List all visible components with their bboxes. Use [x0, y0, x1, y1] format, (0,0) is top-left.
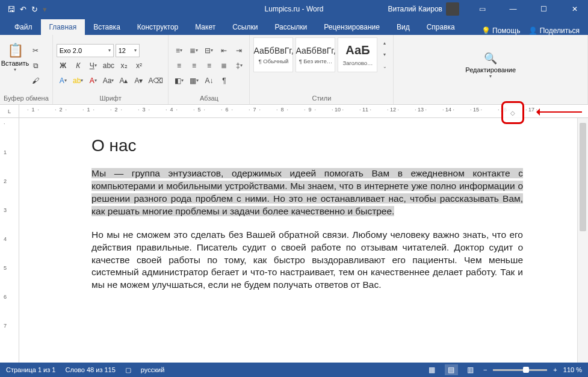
window-title: Lumpics.ru - Word — [265, 5, 324, 13]
group-label-paragraph: Абзац — [172, 93, 246, 103]
group-clipboard: 📋 Вставить ▾ ✂ ⧉ 🖌 Буфер обмена — [0, 35, 53, 104]
ribbon-tabs: Файл Главная Вставка Конструктор Макет С… — [0, 18, 588, 35]
italic-button[interactable]: К — [72, 59, 85, 72]
underline-button[interactable]: Ч ▾ — [87, 59, 100, 72]
view-web-icon[interactable]: ▥ — [464, 364, 477, 375]
status-words[interactable]: Слово 48 из 115 — [65, 366, 115, 373]
font-name-input[interactable]: Exo 2.0▾ — [57, 44, 114, 57]
styles-down-icon[interactable]: ▾ — [380, 52, 389, 57]
right-indent-marker-highlight[interactable]: ◇ — [501, 101, 524, 124]
strikethrough-button[interactable]: abc — [102, 59, 116, 72]
group-styles: АаБбВвГг, ¶ Обычный АаБбВвГг, ¶ Без инте… — [250, 35, 394, 104]
status-page[interactable]: Страница 1 из 1 — [6, 366, 55, 373]
style-heading1[interactable]: АаБ Заголово… — [338, 37, 377, 72]
show-hide-marks-button[interactable]: ¶ — [217, 74, 231, 87]
styles-scroll[interactable]: ▴ ▾ ⌄ — [380, 37, 389, 72]
group-label-styles: Стили — [253, 93, 389, 103]
align-center-button[interactable]: ≡ — [187, 59, 200, 72]
statusbar: Страница 1 из 1 Слово 48 из 115 ▢ русски… — [0, 363, 588, 377]
decrease-indent-button[interactable]: ⇤ — [217, 44, 231, 57]
editing-button[interactable]: 🔍 Редактирование ▾ — [463, 37, 518, 93]
tab-help[interactable]: Справка — [418, 19, 463, 35]
user-account[interactable]: Виталий Каиров — [388, 2, 459, 16]
tab-design[interactable]: Конструктор — [129, 19, 187, 35]
style-normal[interactable]: АаБбВвГг, ¶ Обычный — [253, 37, 293, 72]
clear-format-button[interactable]: A⌫ — [147, 74, 164, 87]
shading-button[interactable]: ◧ ▾ — [172, 74, 185, 87]
justify-button[interactable]: ≣ — [217, 59, 231, 72]
grow-font-button[interactable]: A▴ — [117, 74, 130, 87]
tab-mailings[interactable]: Рассылки — [266, 19, 315, 35]
font-color-button[interactable]: A ▾ — [87, 74, 100, 87]
ribbon-display-icon[interactable]: ▭ — [469, 0, 496, 18]
doc-paragraph-2[interactable]: Но мы не сможем это сделать без Вашей об… — [91, 229, 523, 292]
help-button[interactable]: 💡 Помощь — [481, 26, 521, 35]
close-icon[interactable]: ✕ — [561, 0, 588, 18]
autosave-icon[interactable]: 🖫 — [7, 5, 15, 14]
doc-paragraph-1[interactable]: Мы — группа энтузиастов, одержимых идеей… — [91, 167, 523, 218]
paste-button[interactable]: 📋 Вставить ▾ — [4, 37, 26, 77]
group-font: Exo 2.0▾ 12▾ Ж К Ч ▾ abc x₂ x² A ▾ ab ▾ … — [53, 35, 169, 104]
view-read-icon[interactable]: ▦ — [426, 364, 439, 375]
subscript-button[interactable]: x₂ — [117, 59, 131, 72]
ruler-vertical[interactable]: ·1234567 — [0, 118, 19, 363]
view-print-icon[interactable]: ▤ — [445, 364, 458, 375]
qat-dropdown-icon[interactable]: ▾ — [43, 5, 47, 14]
shrink-font-button[interactable]: A▾ — [132, 74, 145, 87]
zoom-in-button[interactable]: + — [553, 366, 557, 373]
group-label-font: Шрифт — [57, 93, 165, 103]
tab-layout[interactable]: Макет — [187, 19, 224, 35]
share-button[interactable]: 👤 Поделиться — [528, 26, 580, 35]
increase-indent-button[interactable]: ⇥ — [232, 44, 246, 57]
workspace: ·1234567 О нас Мы — группа энтузиастов, … — [0, 118, 588, 363]
group-editing: 🔍 Редактирование ▾ — [394, 35, 588, 104]
numbering-button[interactable]: ≣ ▾ — [187, 44, 200, 57]
redo-icon[interactable]: ↻ — [31, 5, 38, 14]
scrollbar-thumb[interactable] — [580, 123, 586, 231]
document-page[interactable]: О нас Мы — группа энтузиастов, одержимых… — [19, 118, 577, 363]
annotation-arrow-icon — [528, 108, 582, 116]
cut-icon[interactable]: ✂ — [29, 44, 42, 57]
align-left-button[interactable]: ≡ — [172, 59, 185, 72]
undo-icon[interactable]: ↶ — [20, 5, 26, 14]
style-no-spacing[interactable]: АаБбВвГг, ¶ Без инте… — [296, 37, 335, 72]
doc-heading[interactable]: О нас — [91, 136, 523, 155]
ruler-horizontal[interactable]: L · 1 ·· 2 ·· 1 · · 2 ·· 3 ·· 4 · · 5 ··… — [0, 105, 588, 118]
zoom-slider[interactable] — [493, 369, 547, 371]
group-label-clipboard: Буфер обмена — [4, 93, 49, 103]
maximize-icon[interactable]: ☐ — [530, 0, 557, 18]
tab-references[interactable]: Ссылки — [224, 19, 266, 35]
align-right-button[interactable]: ≡ — [202, 59, 215, 72]
vertical-scrollbar[interactable] — [577, 118, 588, 363]
tab-home[interactable]: Главная — [41, 19, 85, 35]
styles-more-icon[interactable]: ⌄ — [380, 64, 389, 69]
status-language[interactable]: русский — [141, 366, 164, 373]
group-paragraph: ≡ ▾ ≣ ▾ ⊟ ▾ ⇤ ⇥ ≡ ≡ ≡ ≣ ‡ ▾ ◧ ▾ ▦ ▾ A↓ ¶… — [169, 35, 250, 104]
format-painter-icon[interactable]: 🖌 — [29, 74, 42, 87]
tab-insert[interactable]: Вставка — [85, 19, 129, 35]
line-spacing-button[interactable]: ‡ ▾ — [232, 59, 246, 72]
bold-button[interactable]: Ж — [57, 59, 70, 72]
borders-button[interactable]: ▦ ▾ — [187, 74, 200, 87]
multilevel-button[interactable]: ⊟ ▾ — [202, 44, 215, 57]
copy-icon[interactable]: ⧉ — [29, 59, 42, 72]
tab-view[interactable]: Вид — [388, 19, 418, 35]
minimize-icon[interactable]: — — [500, 0, 527, 18]
sort-button[interactable]: A↓ — [202, 74, 215, 87]
font-size-input[interactable]: 12▾ — [116, 44, 140, 57]
styles-up-icon[interactable]: ▴ — [380, 40, 389, 46]
text-effects-button[interactable]: A ▾ — [57, 74, 70, 87]
tab-selector[interactable]: L — [0, 105, 19, 117]
superscript-button[interactable]: x² — [132, 59, 146, 72]
ribbon: 📋 Вставить ▾ ✂ ⧉ 🖌 Буфер обмена Exo 2.0▾… — [0, 35, 588, 105]
highlight-button[interactable]: ab ▾ — [72, 74, 85, 87]
bullets-button[interactable]: ≡ ▾ — [172, 44, 185, 57]
status-proofing-icon[interactable]: ▢ — [125, 366, 131, 374]
zoom-level[interactable]: 110 % — [563, 366, 582, 373]
zoom-out-button[interactable]: − — [483, 366, 487, 373]
paste-icon: 📋 — [7, 43, 23, 58]
change-case-button[interactable]: Aa ▾ — [102, 74, 116, 87]
titlebar: 🖫 ↶ ↻ ▾ Lumpics.ru - Word Виталий Каиров… — [0, 0, 588, 18]
tab-review[interactable]: Рецензирование — [315, 19, 388, 35]
tab-file[interactable]: Файл — [6, 19, 41, 35]
